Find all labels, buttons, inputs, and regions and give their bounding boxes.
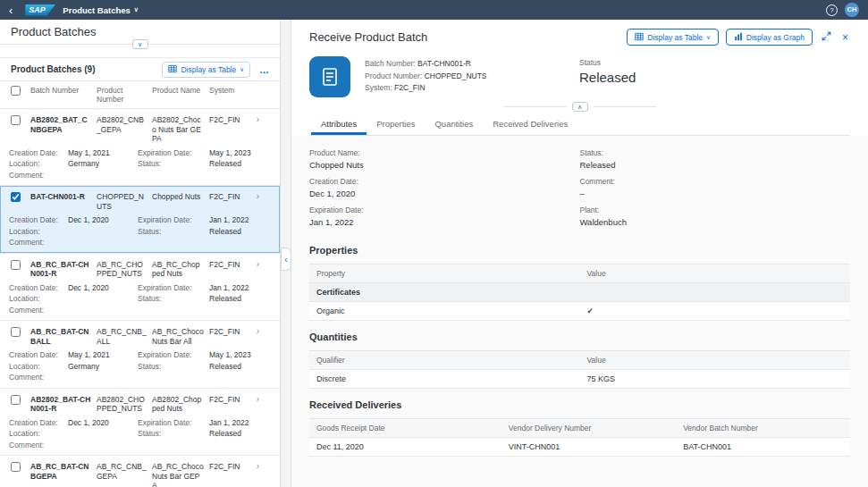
column-header-vendor-delivery-number: Vendor Delivery Number (501, 419, 676, 437)
tab[interactable]: Quantities (425, 113, 483, 135)
row-checkbox[interactable] (11, 327, 21, 337)
status-label: Status: (138, 293, 207, 305)
product-number-cell: AB_RC_CNB_ALL (97, 327, 152, 346)
vendor-batch-number-cell: BAT-CHN001 (676, 438, 850, 456)
column-header-goods-receipt-date: Goods Receipt Date (309, 419, 501, 437)
system-label: System: (365, 83, 392, 92)
tab[interactable]: Received Deliveries (483, 113, 577, 135)
display-as-graph-button[interactable]: Display as Graph (726, 29, 813, 46)
location-value (68, 293, 136, 305)
list-item[interactable]: AB_RC_BAT-CHN001-R AB_RC_CHOPPED_NUTS AB… (0, 254, 280, 322)
enter-fullscreen-button[interactable] (820, 31, 833, 44)
location-label: Location: (9, 293, 66, 305)
chevron-down-icon: ∨ (240, 66, 244, 73)
product-name-cell: AB_RC_Choco Nuts Bar GEPA (152, 462, 209, 487)
list-item-main-row: AB_RC_BAT-CNBALL AB_RC_CNB_ALL AB_RC_Cho… (0, 326, 280, 346)
status-value: Released (209, 428, 276, 440)
comment-label: Comment: (9, 440, 66, 451)
row-checkbox[interactable] (11, 115, 21, 125)
list-body: AB2802_BAT_CNBGEPA AB2802_CNB_GEPA AB280… (0, 109, 280, 487)
row-checkbox-cell (11, 260, 30, 272)
column-header-value: Value (580, 264, 851, 282)
row-checkbox[interactable] (11, 395, 21, 405)
attribute-value: – (580, 188, 851, 199)
attribute-field: Comment: – (580, 177, 851, 199)
close-button[interactable]: × (840, 31, 850, 44)
collapse-header-button[interactable]: ∨ (132, 39, 148, 49)
row-checkbox[interactable] (11, 192, 21, 202)
close-icon: × (842, 31, 848, 44)
batch-number-cell: AB_RC_BAT-CNBALL (30, 327, 97, 346)
expiration-date-label: Expiration Date: (138, 214, 207, 226)
goods-receipt-date-cell: Dec 11, 2020 (309, 438, 501, 456)
object-header: Batch Number: BAT-CHN001-R Product Numbe… (309, 56, 850, 97)
attribute-field: Product Name: Chopped Nuts (309, 148, 580, 171)
overflow-menu-button[interactable]: … (256, 64, 273, 75)
location-label: Location: (9, 226, 66, 238)
list-item-details: Creation Date: Dec 1, 2020 Expiration Da… (0, 211, 280, 248)
app-title-menu[interactable]: Product Batches ∨ (63, 5, 139, 15)
status-label: Status: (138, 428, 207, 440)
back-icon[interactable]: ‹ (9, 4, 13, 16)
shell-bar: ‹ SAP Product Batches ∨ ? CH (0, 0, 868, 20)
status-value: Released (579, 70, 636, 85)
table-row[interactable]: Organic ✓ (309, 302, 850, 321)
status-value: Released (209, 361, 276, 373)
expiration-date-value: May 1, 2023 (209, 147, 276, 159)
attribute-value: Dec 1, 2020 (309, 188, 580, 199)
column-header-product-name: Product Name (152, 86, 209, 95)
comment-label: Comment: (9, 170, 66, 181)
help-icon[interactable]: ? (826, 4, 838, 16)
table-icon (168, 64, 177, 75)
avatar[interactable]: CH (845, 3, 859, 17)
row-checkbox-cell (11, 395, 30, 407)
attribute-label: Plant: (580, 206, 851, 215)
chevron-right-icon: › (249, 395, 259, 404)
status-label: Status: (138, 226, 207, 238)
display-as-table-button[interactable]: Display as Table ∨ (627, 29, 719, 46)
batch-number-cell: AB2802_BAT-CHN001-R (30, 395, 97, 414)
panel-splitter[interactable]: ‹ (280, 20, 291, 487)
creation-date-label: Creation Date: (9, 214, 66, 226)
row-checkbox-cell (11, 115, 30, 127)
list-item[interactable]: AB2802_BAT-CHN001-R AB2802_CHOPPED_NUTS … (0, 389, 280, 457)
column-header-vendor-batch-number: Vendor Batch Number (676, 419, 850, 437)
list-item[interactable]: AB_RC_BAT-CNBGEPA AB_RC_CNB_GEPA AB_RC_C… (0, 456, 280, 487)
list-item-details: Creation Date: Dec 1, 2020 Expiration Da… (0, 279, 280, 316)
list-item[interactable]: AB2802_BAT_CNBGEPA AB2802_CNB_GEPA AB280… (0, 109, 280, 186)
row-checkbox[interactable] (11, 260, 21, 270)
display-as-table-button[interactable]: Display as Table ∨ (162, 62, 250, 78)
chevron-right-icon: › (249, 192, 259, 201)
list-item[interactable]: AB_RC_BAT-CNBALL AB_RC_CNB_ALL AB_RC_Cho… (0, 321, 280, 389)
divider (594, 106, 656, 107)
product-number-cell: AB2802_CNB_GEPA (97, 115, 152, 134)
table-row[interactable]: Discrete 75 KGS (309, 370, 850, 389)
object-header-collapse: ∧ (309, 99, 850, 113)
vendor-delivery-number-cell: VINT-CHN001 (501, 438, 676, 456)
system-value: F2C_FIN (394, 83, 425, 92)
chevron-right-icon: › (249, 260, 259, 269)
product-number-label: Product Number: (365, 71, 422, 80)
object-header-fields: Batch Number: BAT-CHN001-R Product Numbe… (365, 56, 535, 97)
system-cell: F2C_FIN (209, 327, 249, 337)
collapse-object-header-button[interactable]: ∧ (572, 102, 588, 112)
tab[interactable]: Properties (367, 113, 425, 135)
attributes-section: Product Name: Chopped Nuts Creation Date… (309, 148, 850, 234)
row-checkbox-cell (11, 192, 30, 204)
list-item-main-row: AB_RC_BAT-CHN001-R AB_RC_CHOPPED_NUTS AB… (0, 259, 280, 279)
divider (504, 106, 567, 107)
table-row[interactable]: Dec 11, 2020 VINT-CHN001 BAT-CHN001 (309, 438, 850, 457)
tab[interactable]: Attributes (311, 113, 367, 135)
system-cell: F2C_FIN (209, 462, 249, 472)
graph-icon (734, 32, 743, 43)
list-item[interactable]: BAT-CHN001-R CHOPPED_NUTS Chopped Nuts F… (0, 186, 280, 254)
column-header-product-number: Product Number (97, 86, 152, 104)
product-name-cell: AB_RC_Choco Nuts Bar All (152, 327, 209, 346)
splitter-grip-icon[interactable]: ‹ (281, 248, 291, 271)
chevron-down-icon: ∨ (134, 6, 139, 13)
main-area: Product Batches ∨ Product Batches (9) Di… (0, 20, 868, 487)
select-all-checkbox[interactable] (11, 86, 21, 96)
received-deliveries-section-title: Received Deliveries (309, 399, 850, 410)
creation-date-value: Dec 1, 2020 (68, 282, 136, 294)
row-checkbox[interactable] (11, 462, 21, 472)
